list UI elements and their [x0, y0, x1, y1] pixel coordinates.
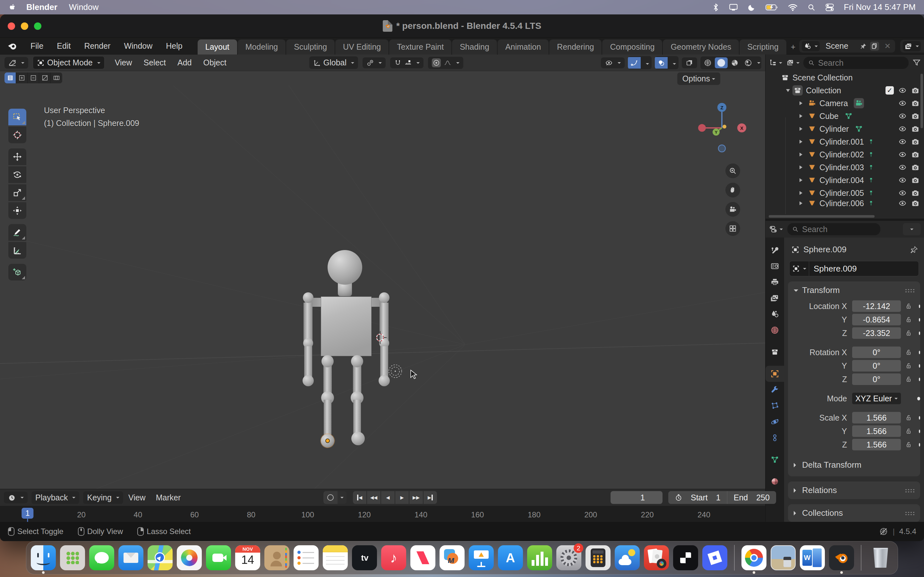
properties-tab-render[interactable] — [766, 258, 784, 274]
properties-tab-material[interactable] — [766, 474, 784, 490]
xray-toggle[interactable] — [682, 57, 697, 68]
menu-help[interactable]: Help — [159, 39, 189, 53]
menu-render[interactable]: Render — [78, 39, 117, 53]
outliner-row[interactable]: Scene Collection — [766, 71, 924, 84]
annotate-tool-button[interactable] — [8, 224, 26, 241]
outliner-search-input[interactable]: Search — [803, 57, 909, 69]
data-small-icon[interactable] — [868, 138, 874, 145]
properties-search-input[interactable]: Search — [787, 223, 880, 235]
panel-divider[interactable] — [766, 219, 924, 221]
mail-app-icon[interactable] — [118, 545, 144, 570]
properties-tab-modifiers[interactable] — [766, 382, 784, 398]
hide-eye-toggle[interactable] — [898, 137, 907, 146]
outliner-hscrollbar[interactable] — [769, 215, 875, 218]
weather-app-icon[interactable] — [615, 545, 640, 570]
dock-app-numbers[interactable] — [527, 545, 552, 570]
animate-dot[interactable] — [919, 416, 920, 420]
minimized-window-app-icon[interactable] — [771, 545, 796, 570]
data-small-icon[interactable] — [868, 177, 874, 184]
outliner-row[interactable]: Camera — [766, 97, 924, 110]
add-workspace-button[interactable]: + — [787, 39, 800, 55]
next-keyframe-button[interactable]: ▸▸ — [409, 491, 423, 504]
expand-caret-icon[interactable] — [800, 101, 804, 105]
disable-render-toggle[interactable] — [911, 189, 919, 197]
animate-dot[interactable] — [919, 378, 920, 381]
outliner-scrollbar[interactable] — [921, 74, 923, 128]
object-name-field[interactable]: Sphere.009 — [789, 261, 919, 276]
transform-value-field[interactable]: 0° — [852, 347, 901, 358]
outliner-row[interactable]: Cylinder.001 — [766, 135, 924, 148]
expand-caret-icon[interactable] — [800, 201, 804, 205]
properties-tab-world[interactable] — [766, 322, 784, 338]
tab-animation[interactable]: Animation — [498, 39, 549, 55]
model-forearm-left[interactable] — [304, 346, 312, 378]
playback-menu[interactable]: Playback — [31, 492, 79, 504]
auto-keyframe-toggle[interactable] — [323, 491, 347, 504]
freeform-app-icon[interactable]: м — [439, 545, 465, 570]
rotate-tool-button[interactable] — [8, 166, 26, 183]
disable-render-toggle[interactable] — [911, 150, 919, 159]
timeline-editor-type-button[interactable] — [4, 492, 27, 503]
dock-app-keynote[interactable] — [469, 545, 494, 570]
outliner-row[interactable]: Cylinder.004 — [766, 174, 924, 187]
music-app-icon[interactable]: ♪ — [381, 545, 406, 570]
properties-tab-scene[interactable] — [766, 306, 784, 322]
transform-value-field[interactable]: 1.566 — [852, 439, 901, 450]
properties-tab-output[interactable] — [766, 274, 784, 290]
expand-caret-icon[interactable] — [800, 140, 804, 143]
window-titlebar[interactable]: * person.blend - Blender 4.5.4 LTS — [0, 15, 924, 38]
outliner-display-mode-button[interactable] — [769, 59, 782, 67]
menu-file[interactable]: File — [24, 39, 50, 53]
select-mode-extend-button[interactable] — [16, 73, 27, 83]
transform-value-field[interactable]: 1.566 — [852, 425, 901, 437]
bluetooth-icon[interactable] — [712, 3, 719, 11]
viewport-menu-object[interactable]: Object — [197, 56, 232, 69]
transform-panel-header[interactable]: Transform — [788, 282, 920, 299]
keynote-app-icon[interactable] — [469, 545, 494, 570]
lock-open-icon[interactable] — [905, 441, 913, 448]
disable-render-toggle[interactable] — [911, 176, 919, 184]
dock-app-app-store[interactable]: A — [498, 545, 523, 570]
outliner-row[interactable]: Cylinder.006 — [766, 199, 924, 207]
animate-dot[interactable] — [919, 443, 920, 446]
dock-app-contacts[interactable] — [264, 545, 289, 570]
dock-app-reminders[interactable] — [294, 545, 318, 570]
tab-shading[interactable]: Shading — [452, 39, 497, 55]
menubar-app-name[interactable]: Blender — [26, 2, 57, 12]
trash-app-icon[interactable] — [868, 545, 893, 570]
minimize-button[interactable] — [21, 23, 28, 30]
model-hand-left[interactable] — [302, 375, 314, 386]
dock-app-photos[interactable] — [177, 545, 202, 570]
animate-dot[interactable] — [919, 332, 920, 335]
control-center-icon[interactable] — [825, 3, 834, 11]
expand-caret-icon[interactable] — [800, 178, 804, 182]
frame-end-field[interactable]: End250 — [727, 491, 776, 504]
menubar-item-window[interactable]: Window — [69, 2, 99, 12]
word-app-icon[interactable]: W — [800, 545, 825, 570]
collapse-caret-icon[interactable] — [786, 89, 790, 94]
dock-app-calendar[interactable]: NOV14 — [235, 545, 260, 570]
transform-tool-button[interactable] — [8, 202, 26, 219]
model-torso[interactable] — [321, 297, 372, 356]
dock-app-settings[interactable]: 2 — [556, 545, 582, 570]
disable-render-toggle[interactable] — [911, 163, 919, 171]
tab-sculpting[interactable]: Sculpting — [286, 39, 334, 55]
disable-render-toggle[interactable] — [911, 137, 919, 146]
model-shin-right[interactable] — [353, 400, 361, 437]
display-icon[interactable] — [729, 3, 738, 11]
dock-app-weather[interactable] — [615, 545, 640, 570]
overlays-toggle[interactable] — [655, 56, 678, 69]
animate-dot[interactable] — [917, 397, 920, 400]
drag-grip-icon[interactable] — [905, 511, 914, 515]
disable-render-toggle[interactable] — [911, 99, 919, 107]
model-forearm-right[interactable] — [380, 346, 388, 378]
dock-app-chrome[interactable] — [741, 545, 766, 570]
snap-controls[interactable] — [390, 57, 423, 68]
do-not-disturb-moon-icon[interactable] — [748, 3, 756, 11]
hide-eye-toggle[interactable] — [898, 99, 907, 107]
expand-caret-icon[interactable] — [800, 127, 804, 131]
properties-tab-physics[interactable] — [766, 414, 784, 430]
properties-tab-object-data[interactable] — [766, 452, 784, 468]
outliner-row[interactable]: Cylinder — [766, 122, 924, 135]
tv-app-icon[interactable]: tv — [352, 545, 377, 570]
